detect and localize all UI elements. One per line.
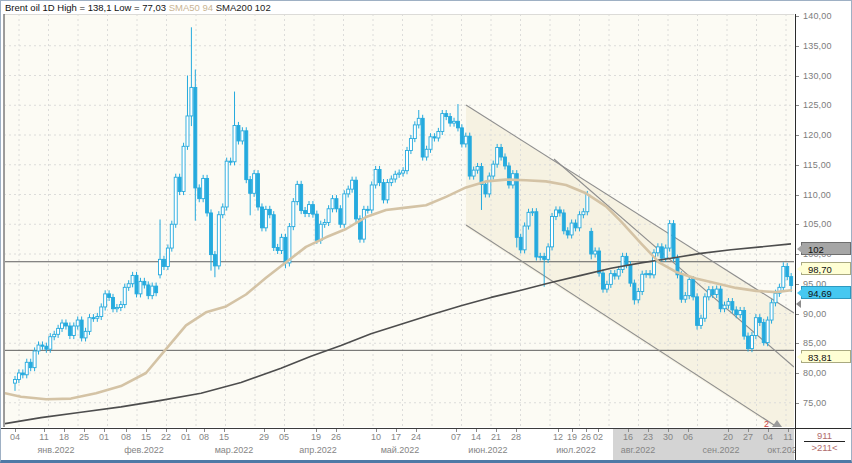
candle-body [304, 211, 307, 214]
candle-body [221, 207, 224, 215]
candle-body [339, 209, 342, 224]
candle-body [213, 255, 216, 266]
candle-body [21, 373, 24, 375]
candle-body [476, 167, 479, 171]
sma50-legend: SMA50 94 [169, 2, 213, 13]
candle-body [570, 223, 573, 235]
candle-body [488, 176, 491, 194]
date-tick-label: 18 [59, 432, 69, 442]
price-tickmark [796, 254, 799, 255]
candle-body [527, 212, 530, 226]
candle-body [123, 287, 126, 304]
triangle-up-icon [772, 420, 782, 427]
candle-body [523, 226, 526, 250]
candle-body [770, 303, 773, 320]
candle-body [394, 174, 397, 179]
price-axis[interactable]: 140,00135,00130,00125,00120,00115,00110,… [795, 1, 852, 428]
candle-body [711, 290, 714, 295]
candle-body [233, 125, 236, 161]
chart-title-main: Brent oil 1D High = 138,1 Low = 77,03 [5, 2, 169, 13]
candle-body [598, 251, 601, 273]
month-label: янв.2022 [37, 445, 74, 455]
price-tickmark [796, 284, 799, 285]
candle-body [217, 215, 220, 266]
candle-body [96, 316, 99, 318]
candle-body [151, 286, 154, 296]
price-tag-94_69: 94,69 [801, 286, 851, 299]
date-tick-label: 08 [199, 432, 209, 442]
candle-body [707, 290, 710, 297]
candle-body [739, 311, 742, 315]
date-tick-label: 15 [219, 432, 229, 442]
candle-body [323, 222, 326, 224]
date-tick-label: 20 [723, 432, 733, 442]
candle-body [594, 251, 597, 254]
candle-body [562, 213, 565, 231]
candle-body [621, 256, 624, 269]
date-tick-label: 21 [491, 432, 501, 442]
candlestick-chart[interactable] [1, 1, 852, 463]
price-tick-label: 75,00 [803, 398, 827, 408]
date-tick-label: 19 [311, 432, 321, 442]
candle-body [492, 164, 495, 176]
candle-body [57, 328, 60, 334]
candle-body [225, 161, 228, 207]
candle-body [535, 212, 538, 257]
candle-body [660, 247, 663, 258]
candle-body [237, 125, 240, 140]
price-tick-label: 125,00 [803, 100, 832, 110]
date-tick-label: 10 [371, 432, 381, 442]
candle-body [166, 248, 169, 266]
candle-body [182, 146, 185, 191]
month-label: мар.2022 [215, 445, 254, 455]
candle-body [747, 336, 750, 348]
candle-body [629, 265, 632, 283]
date-tick-label: 08 [121, 432, 131, 442]
trendline-end-marker[interactable]: 2 [764, 419, 782, 429]
month-label: фев.2022 [124, 445, 164, 455]
month-label: июл.2022 [556, 445, 595, 455]
candle-body [558, 210, 561, 213]
date-tick-label: 29 [259, 432, 269, 442]
price-tick-label: 85,00 [803, 338, 827, 348]
date-tick-label: 11 [783, 432, 792, 442]
candle-body [178, 177, 181, 191]
candle-body [719, 289, 722, 309]
price-tickmark [796, 46, 799, 47]
candle-body [641, 274, 644, 291]
candle-body [449, 117, 452, 124]
price-tick-label: 110,00 [803, 190, 831, 200]
candle-body [688, 280, 691, 296]
date-tick-label: 16 [623, 432, 633, 442]
corner-value-bottom: >211< [796, 442, 852, 453]
candle-body [80, 320, 83, 338]
candle-body [445, 114, 448, 117]
candle-body [578, 215, 581, 228]
candle-body [190, 87, 193, 116]
candle-body [735, 310, 738, 315]
candle-body [515, 174, 518, 238]
candle-body [25, 362, 28, 374]
candle-body [484, 184, 487, 194]
candle-body [715, 289, 718, 294]
candle-body [504, 157, 507, 166]
candle-body [135, 275, 138, 293]
price-tickmark [796, 16, 799, 17]
candle-body [315, 214, 318, 240]
candle-body [645, 274, 648, 275]
candle-body [507, 166, 510, 185]
candle-body [245, 131, 248, 180]
time-axis[interactable]: 0411182501081522010815290519261017240714… [1, 428, 795, 461]
candle-body [637, 291, 640, 299]
price-tickmark [796, 403, 799, 404]
candle-body [284, 237, 287, 263]
line-end-arrow-icon [796, 300, 801, 308]
candle-body [433, 137, 436, 138]
candle-body [88, 318, 91, 332]
price-tickmark [796, 373, 799, 374]
candle-body [229, 161, 232, 162]
candle-body [280, 237, 283, 250]
candle-body [672, 224, 675, 259]
candle-body [241, 131, 244, 141]
candle-body [343, 194, 346, 224]
